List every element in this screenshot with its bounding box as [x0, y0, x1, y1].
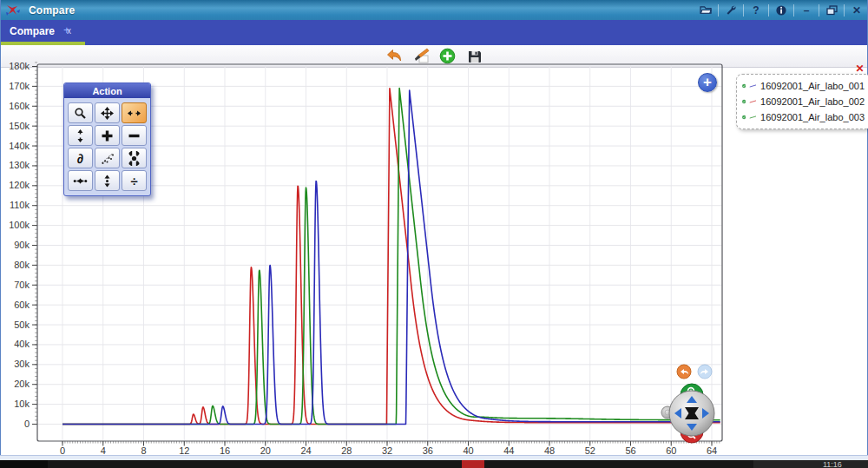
action-scale-x-button[interactable] — [122, 102, 147, 123]
action-pan-button[interactable] — [95, 102, 120, 123]
tabbar: Compare x + — [1, 20, 867, 45]
y-tick-label: 100k — [9, 220, 30, 230]
action-measure-y-button[interactable] — [95, 170, 120, 191]
tools-icon[interactable] — [720, 3, 741, 18]
y-tick-label: 150k — [9, 121, 30, 131]
action-expand-button[interactable] — [122, 148, 147, 168]
action-smooth-button[interactable] — [95, 148, 120, 168]
window-title: Compare — [29, 4, 75, 16]
y-tick-label: 90k — [14, 240, 30, 250]
info-icon[interactable] — [771, 3, 792, 18]
y-tick-label: 40k — [14, 339, 30, 349]
action-add-button[interactable] — [95, 125, 120, 146]
visible-check-icon[interactable] — [742, 96, 746, 107]
action-divide-button[interactable]: ÷ — [122, 170, 147, 191]
series-16092001_Air_labo_002[interactable] — [62, 89, 720, 425]
history-forward-button[interactable] — [698, 365, 712, 379]
app-logo-icon — [4, 3, 23, 17]
legend-panel: 16092001_Air_labo_00116092001_Air_labo_0… — [736, 74, 868, 129]
legend-item[interactable]: 16092001_Air_labo_003 — [742, 109, 865, 125]
y-tick-label: 60k — [14, 300, 30, 310]
visible-check-icon[interactable] — [742, 81, 746, 91]
restore-button[interactable] — [821, 3, 842, 18]
taskbar-tray — [753, 460, 868, 468]
series-16092001_Air_labo_001[interactable] — [62, 90, 720, 425]
titlebar-separator — [819, 4, 819, 16]
close-button[interactable]: ✕ — [846, 3, 867, 18]
titlebar-separator — [844, 4, 845, 16]
y-tick-label: 50k — [14, 320, 30, 330]
titlebar: Compare ?–✕ — [1, 0, 867, 20]
taskbar-clock: 11:16 — [823, 460, 842, 468]
y-tick-label: 10k — [14, 399, 30, 409]
action-palette-title: Action — [64, 83, 150, 98]
titlebar-separator — [743, 4, 744, 16]
series-label: 16092001_Air_labo_001 — [760, 81, 865, 91]
series-label: 16092001_Air_labo_002 — [760, 96, 865, 107]
y-tick-label: 130k — [9, 160, 30, 170]
series-label: 16092001_Air_labo_003 — [760, 112, 865, 122]
action-measure-x-button[interactable] — [68, 170, 93, 191]
visible-check-icon[interactable] — [742, 112, 746, 122]
y-tick-label: 30k — [14, 359, 30, 369]
navigation-compass — [657, 361, 716, 445]
app-window: Compare ?–✕ Compare x + 0481216202428323… — [0, 0, 868, 468]
y-tick-label: 20k — [14, 379, 30, 389]
y-tick-label: 70k — [14, 280, 30, 290]
y-tick-label: 170k — [9, 81, 30, 91]
taskbar-segment — [0, 460, 48, 468]
action-subtract-button[interactable] — [122, 125, 147, 146]
new-tab-button[interactable]: + — [63, 23, 70, 36]
y-tick-label: 160k — [9, 101, 30, 111]
series-16092001_Air_labo_003[interactable] — [62, 89, 720, 425]
action-scale-y-button[interactable] — [68, 125, 93, 146]
add-overlay-button[interactable]: + — [698, 73, 717, 92]
y-tick-label: 110k — [10, 200, 30, 210]
taskbar[interactable]: 11:16 — [0, 460, 868, 468]
y-tick-label: 140k — [9, 141, 30, 151]
taskbar-active-item[interactable] — [462, 460, 484, 468]
minimize-button[interactable]: – — [796, 3, 817, 18]
y-tick-label: 120k — [9, 180, 30, 190]
tab-label: Compare — [10, 25, 55, 37]
y-tick-label: 180k — [9, 61, 30, 71]
action-palette: Action ∂÷ — [63, 82, 151, 196]
y-tick-label: 80k — [14, 260, 30, 270]
action-zoom-button[interactable] — [68, 102, 93, 123]
series-line-swatch — [749, 113, 757, 122]
open-folder-icon[interactable] — [695, 3, 716, 18]
series-line-swatch — [749, 82, 757, 90]
legend-item[interactable]: 16092001_Air_labo_001 — [742, 78, 865, 94]
legend-close-button[interactable]: ✕ — [854, 63, 865, 75]
titlebar-separator — [768, 4, 769, 16]
history-back-button[interactable] — [677, 365, 691, 379]
titlebar-separator — [793, 4, 794, 16]
legend-item[interactable]: 16092001_Air_labo_002 — [742, 94, 865, 109]
series-line-swatch — [749, 97, 757, 106]
titlebar-separator — [718, 4, 719, 16]
y-tick-label: 0 — [24, 419, 30, 429]
action-derivative-button[interactable]: ∂ — [68, 148, 93, 168]
help-icon[interactable]: ? — [746, 3, 766, 18]
